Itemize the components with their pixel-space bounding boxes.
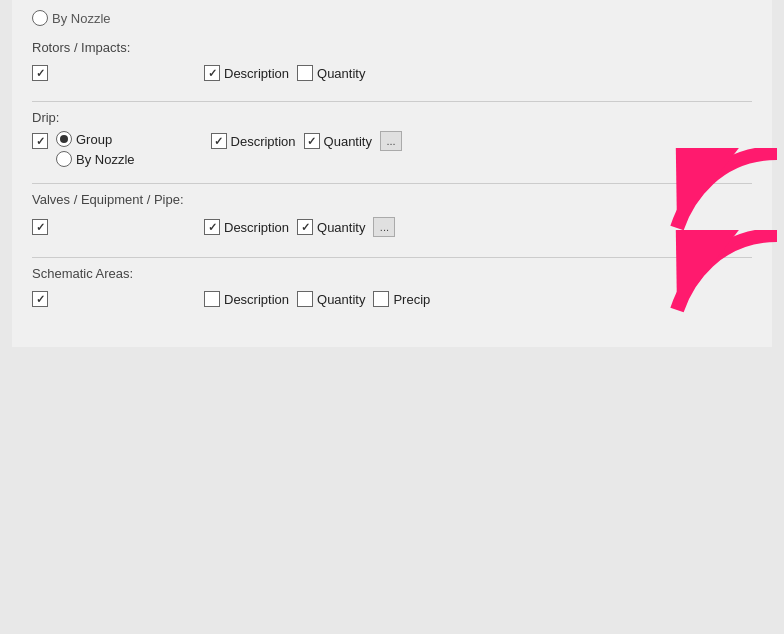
drip-nozzle-radio-circle[interactable]: [56, 151, 72, 167]
rotors-description-checkbox[interactable]: Description: [204, 65, 289, 81]
schematic-main-cb-box[interactable]: [32, 291, 48, 307]
rotors-section: Rotors / Impacts: Description Quantity: [32, 40, 752, 85]
valves-main-cb-box[interactable]: [32, 219, 48, 235]
drip-by-nozzle-radio[interactable]: By Nozzle: [56, 151, 135, 167]
valves-section: Valves / Equipment / Pipe: Description Q…: [32, 192, 752, 241]
valves-section-label: Valves / Equipment / Pipe:: [32, 192, 752, 207]
schematic-precip-cb-box[interactable]: [373, 291, 389, 307]
by-nozzle-radio-item[interactable]: By Nozzle: [32, 10, 752, 26]
drip-main-checkbox[interactable]: [32, 133, 48, 149]
valves-description-label: Description: [224, 220, 289, 235]
drip-right-controls: Description Quantity ...: [211, 131, 402, 151]
drip-qty-cb-box[interactable]: [304, 133, 320, 149]
drip-description-label: Description: [231, 134, 296, 149]
by-nozzle-label: By Nozzle: [52, 11, 111, 26]
drip-quantity-checkbox[interactable]: Quantity: [304, 133, 372, 149]
rotors-qty-cb-box[interactable]: [297, 65, 313, 81]
drip-radio-group: Group By Nozzle: [56, 131, 135, 167]
schematic-description-checkbox[interactable]: Description: [204, 291, 289, 307]
schematic-section: Schematic Areas: Description Quantity Pr…: [32, 266, 752, 311]
drip-row: Group By Nozzle Description Quantity ...: [32, 131, 752, 167]
rotors-quantity-label: Quantity: [317, 66, 365, 81]
valves-qty-cb-box[interactable]: [297, 219, 313, 235]
schematic-precip-label: Precip: [393, 292, 430, 307]
rotors-main-checkbox[interactable]: [32, 65, 48, 81]
drip-section: Drip: Group By Nozzle Description: [32, 110, 752, 167]
schematic-quantity-label: Quantity: [317, 292, 365, 307]
by-nozzle-radio[interactable]: [32, 10, 48, 26]
valves-description-checkbox[interactable]: Description: [204, 219, 289, 235]
drip-ellipsis-button[interactable]: ...: [380, 131, 402, 151]
valves-desc-cb-box[interactable]: [204, 219, 220, 235]
drip-desc-cb-box[interactable]: [211, 133, 227, 149]
rotors-desc-cb-box[interactable]: [204, 65, 220, 81]
rotors-main-cb-box[interactable]: [32, 65, 48, 81]
drip-quantity-label: Quantity: [324, 134, 372, 149]
schematic-main-checkbox[interactable]: [32, 291, 48, 307]
schematic-section-label: Schematic Areas:: [32, 266, 752, 281]
rotors-row: Description Quantity: [32, 61, 752, 85]
schematic-precip-checkbox[interactable]: Precip: [373, 291, 430, 307]
rotors-description-label: Description: [224, 66, 289, 81]
schematic-quantity-checkbox[interactable]: Quantity: [297, 291, 365, 307]
schematic-row: Description Quantity Precip: [32, 287, 752, 311]
valves-quantity-label: Quantity: [317, 220, 365, 235]
rotors-section-label: Rotors / Impacts:: [32, 40, 752, 55]
rotors-quantity-checkbox[interactable]: Quantity: [297, 65, 365, 81]
valves-row: Description Quantity ...: [32, 213, 752, 241]
valves-quantity-checkbox[interactable]: Quantity: [297, 219, 365, 235]
drip-by-nozzle-label: By Nozzle: [76, 152, 135, 167]
valves-main-checkbox[interactable]: [32, 219, 48, 235]
schematic-qty-cb-box[interactable]: [297, 291, 313, 307]
drip-section-label: Drip:: [32, 110, 752, 125]
drip-main-cb-box[interactable]: [32, 133, 48, 149]
schematic-desc-cb-box[interactable]: [204, 291, 220, 307]
drip-group-label: Group: [76, 132, 112, 147]
drip-description-checkbox[interactable]: Description: [211, 133, 296, 149]
valves-ellipsis-button[interactable]: ...: [373, 217, 395, 237]
schematic-description-label: Description: [224, 292, 289, 307]
drip-group-radio-circle[interactable]: [56, 131, 72, 147]
drip-group-radio[interactable]: Group: [56, 131, 135, 147]
